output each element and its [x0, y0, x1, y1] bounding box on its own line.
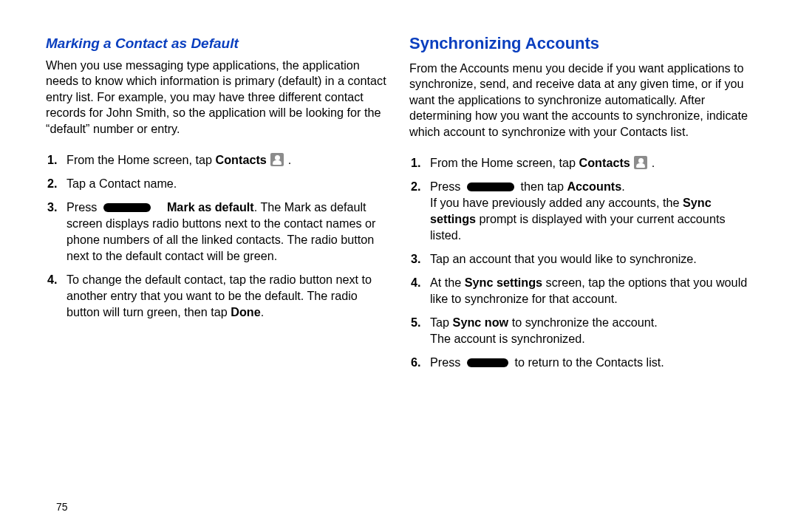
bold-text: Contacts	[216, 153, 267, 166]
intro-paragraph: From the Accounts menu you decide if you…	[409, 61, 752, 140]
steps-list-left: From the Home screen, tap Contacts . Tap…	[46, 147, 389, 327]
step-text: Tap	[430, 316, 453, 329]
step-item: Tap an account that you would like to sy…	[409, 250, 752, 267]
step-item: At the Sync settings screen, tap the opt…	[409, 274, 752, 307]
step-item: Tap Sync now to synchronize the account.…	[409, 314, 752, 347]
step-text: Press	[66, 200, 100, 214]
step-item: Press Mark as default. The Mark as defau…	[46, 199, 389, 264]
bold-text: Accounts	[567, 180, 621, 193]
step-text: to synchronize the account.	[508, 316, 658, 329]
step-text: then tap	[517, 180, 567, 193]
step-text: .	[284, 153, 291, 166]
step-text: .	[261, 305, 265, 318]
heading-synchronizing: Synchronizing Accounts	[409, 34, 752, 53]
menu-button-icon	[467, 183, 514, 191]
step-text: to return to the Contacts list.	[511, 355, 664, 369]
step-text: At the	[430, 276, 465, 289]
step-item: Tap a Contact name.	[46, 175, 389, 191]
subheading-marking-default: Marking a Contact as Default	[46, 35, 389, 52]
step-item: Press to return to the Contacts list.	[409, 354, 752, 370]
step-text: From the Home screen, tap	[430, 156, 579, 169]
step-text: Tap an account that you would like to sy…	[430, 252, 697, 265]
step-item: From the Home screen, tap Contacts .	[46, 151, 389, 168]
step-text: From the Home screen, tap	[66, 153, 216, 166]
bold-text: Done	[231, 305, 260, 318]
manual-page: Marking a Contact as Default When you us…	[0, 0, 798, 532]
back-button-icon	[467, 358, 508, 367]
menu-button-icon	[103, 203, 151, 212]
step-text: Tap a Contact name.	[66, 177, 177, 190]
step-item: Press then tap Accounts. If you have pre…	[409, 178, 752, 243]
step-item: From the Home screen, tap Contacts .	[409, 154, 752, 171]
bold-text: Contacts	[579, 156, 630, 169]
contacts-icon	[270, 153, 284, 166]
step-text: If you have previously added any account…	[430, 196, 683, 209]
bold-text: Sync settings	[465, 276, 542, 289]
steps-list-right: From the Home screen, tap Contacts . Pre…	[409, 150, 752, 378]
step-text: The account is synchronized.	[430, 332, 585, 345]
page-number: 75	[56, 501, 68, 513]
step-text: Press	[430, 180, 464, 193]
step-item: To change the default contact, tap the r…	[46, 271, 389, 320]
bold-text: Mark as default	[167, 200, 254, 214]
contacts-icon	[634, 156, 647, 169]
step-text: .	[621, 180, 625, 193]
bold-text: Sync now	[453, 316, 509, 329]
step-text: To change the default contact, tap the r…	[66, 273, 372, 318]
left-column: Marking a Contact as Default When you us…	[35, 30, 399, 532]
step-text: Press	[430, 355, 464, 369]
right-column: Synchronizing Accounts From the Accounts…	[399, 30, 763, 532]
step-text: .	[648, 156, 655, 169]
intro-paragraph: When you use messaging type applications…	[46, 58, 389, 137]
